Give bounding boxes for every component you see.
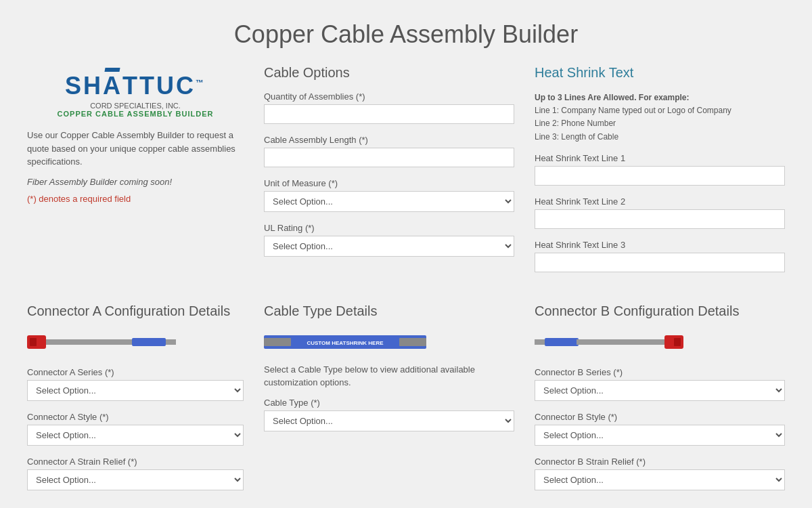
connector-a-series-label: Connector A Series (*) [27,367,244,377]
connector-b-series-label: Connector B Series (*) [535,367,785,377]
cable-options-section: Cable Options Quantity of Assemblies (*)… [264,65,514,283]
heat-shrink-heading: Heat Shrink Text [535,65,785,81]
cable-type-select[interactable]: Select Option... [264,410,514,431]
connector-b-heading: Connector B Configuration Details [535,303,785,319]
svg-rect-7 [399,338,426,346]
svg-rect-4 [166,339,176,345]
hs-line1-label: Heat Shrink Text Line 1 [535,153,785,163]
hs-line2-group: Heat Shrink Text Line 2 [535,196,785,229]
heat-shrink-line1-info: Line 1: Company Name typed out or Logo o… [535,106,731,115]
quantity-input[interactable] [264,104,514,124]
svg-rect-6 [264,338,291,346]
connector-b-strain-group: Connector B Strain Relief (*) Select Opt… [535,457,785,490]
logo-box: SH A TTUC™ CORD SPECIALTIES, INC. COPPER… [27,72,244,118]
heat-shrink-line3-info: Line 3: Length of Cable [535,132,618,142]
unit-select[interactable]: Select Option... Inches Feet Meters [264,191,514,212]
unit-label: Unit of Measure (*) [264,178,514,188]
connector-a-series-group: Connector A Series (*) Select Option... [27,367,244,401]
length-group: Cable Assembly Length (*) [264,135,514,167]
cable-type-label: Cable Type (*) [264,398,514,408]
connector-a-strain-select[interactable]: Select Option... [27,469,244,490]
logo-coming-soon: Fiber Assembly Builder coming soon! [27,177,244,187]
connector-b-style-select[interactable]: Select Option... [535,425,785,446]
hs-line2-input[interactable] [535,209,785,229]
hs-line1-input[interactable] [535,166,785,186]
connector-b-series-group: Connector B Series (*) Select Option... [535,367,785,401]
svg-rect-2 [46,339,134,345]
logo-area: SH A TTUC™ CORD SPECIALTIES, INC. COPPER… [27,65,244,283]
heat-shrink-info: Up to 3 Lines Are Allowed. For example: … [535,91,785,144]
connector-a-style-group: Connector A Style (*) Select Option... [27,412,244,446]
hs-line2-label: Heat Shrink Text Line 2 [535,196,785,207]
cable-options-heading: Cable Options [264,65,514,81]
heat-shrink-section: Heat Shrink Text Up to 3 Lines Are Allow… [535,65,785,283]
svg-rect-9 [535,339,545,345]
cable-type-group: Cable Type (*) Select Option... [264,398,514,431]
ul-select[interactable]: Select Option... UL Listed Non-UL [264,236,514,257]
hs-line3-group: Heat Shrink Text Line 3 [535,240,785,272]
connector-b-style-group: Connector B Style (*) Select Option... [535,412,785,446]
connector-a-series-select[interactable]: Select Option... [27,380,244,401]
svg-text:CUSTOM HEATSHRINK HERE: CUSTOM HEATSHRINK HERE [307,340,384,346]
connector-b-series-select[interactable]: Select Option... [535,380,785,401]
cable-type-heading: Cable Type Details [264,303,514,319]
svg-rect-13 [674,338,681,346]
connector-a-heading: Connector A Configuration Details [27,303,244,319]
cable-type-section: Cable Type Details CUSTOM HEATSHRINK HER… [264,303,514,501]
brand-logo: SH A TTUC™ [27,72,244,100]
svg-rect-3 [132,338,166,346]
logo-subtext: CORD SPECIALTIES, INC. [27,102,244,110]
connector-b-style-label: Connector B Style (*) [535,412,785,422]
connector-a-section: Connector A Configuration Details Connec… [27,303,244,501]
connector-b-strain-label: Connector B Strain Relief (*) [535,457,785,467]
connector-b-strain-select[interactable]: Select Option... [535,469,785,490]
page-title: Copper Cable Assembly Builder [27,20,785,49]
hs-line3-input[interactable] [535,253,785,272]
ul-group: UL Rating (*) Select Option... UL Listed… [264,223,514,257]
unit-group: Unit of Measure (*) Select Option... Inc… [264,178,514,212]
connector-a-strain-label: Connector A Strain Relief (*) [27,457,244,467]
length-label: Cable Assembly Length (*) [264,135,514,145]
logo-description: Use our Copper Cable Assembly Builder to… [27,129,244,169]
logo-subtext-green: COPPER CABLE ASSEMBLY BUILDER [27,110,244,118]
connector-b-section: Connector B Configuration Details Connec… [535,303,785,501]
trademark-icon: ™ [196,78,206,87]
hs-line3-label: Heat Shrink Text Line 3 [535,240,785,250]
page-wrapper: Copper Cable Assembly Builder SH A TTUC™… [0,0,812,508]
connector-a-strain-group: Connector A Strain Relief (*) Select Opt… [27,457,244,490]
bottom-section: Connector A Configuration Details Connec… [27,303,785,501]
connector-a-style-label: Connector A Style (*) [27,412,244,422]
quantity-label: Quantity of Assemblies (*) [264,91,514,102]
hs-line1-group: Heat Shrink Text Line 1 [535,153,785,186]
ul-label: UL Rating (*) [264,223,514,233]
heat-shrink-info-bold: Up to 3 Lines Are Allowed. For example: [535,93,690,102]
top-section: SH A TTUC™ CORD SPECIALTIES, INC. COPPER… [27,65,785,283]
heat-shrink-line2-info: Line 2: Phone Number [535,119,616,128]
svg-rect-1 [30,338,37,346]
connector-a-style-select[interactable]: Select Option... [27,425,244,446]
svg-rect-11 [577,339,664,345]
connector-b-illustration [535,329,683,356]
quantity-group: Quantity of Assemblies (*) [264,91,514,124]
connector-a-illustration [27,329,176,356]
length-input[interactable] [264,148,514,167]
cable-type-illustration: CUSTOM HEATSHRINK HERE [264,329,426,356]
svg-rect-10 [545,338,579,346]
required-note: (*) denotes a required field [27,194,244,204]
cable-type-description: Select a Cable Type below to view additi… [264,363,514,389]
